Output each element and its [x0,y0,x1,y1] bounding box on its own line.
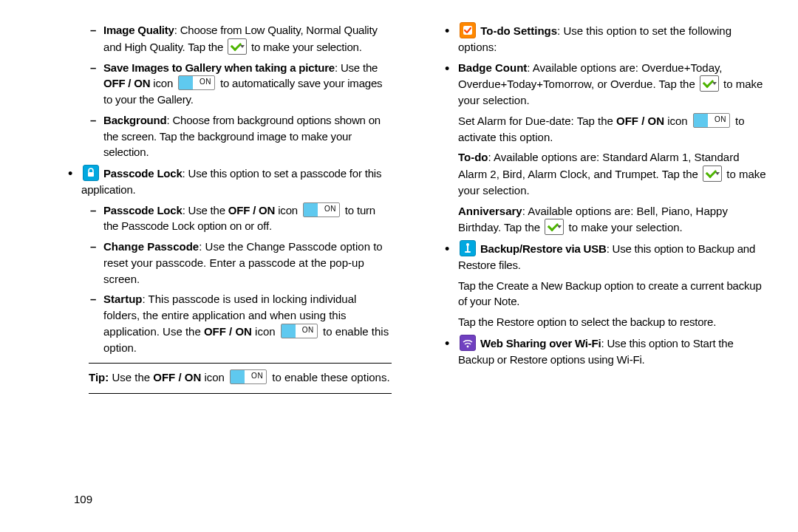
item-backup: Backup/Restore via USB: Use this option … [458,240,768,273]
off-on: OFF / ON [204,325,252,338]
tip-label: Tip: [89,371,109,383]
item-anniversary: Anniversary: Available options are: Bell… [458,203,768,236]
label: Passcode Lock [103,204,183,216]
item-passcode-lock-intro: Passcode Lock: Use this option to set a … [81,165,392,198]
text: Use the [109,371,153,383]
checkmark-dropdown-icon [228,38,247,55]
label: Change Passcode [103,240,199,253]
item-save-images: Save Images to Gallery when taking a pic… [103,60,392,108]
text: Tap the [659,168,701,180]
label: Web Sharing over Wi-Fi [480,337,601,349]
off-on: OFF / ON [228,204,275,216]
on-toggle-icon: ON [303,202,340,217]
lock-icon [83,165,99,181]
text: Tap the [501,221,543,233]
label: Save Images to Gallery when taking a pic… [103,61,335,74]
off-on: OFF / ON [153,371,201,383]
wifi-icon [460,335,476,351]
usb-icon [460,240,476,256]
item-set-alarm: Set Alarm for Due-date: Tap the OFF / ON… [458,113,768,146]
text: icon [201,371,228,383]
on-toggle-icon: ON [281,324,318,338]
label: Backup/Restore via USB [480,242,607,255]
text: icon [664,115,691,127]
text: to enable these options. [269,371,389,383]
label: To-do [458,151,488,163]
text: : Use the [183,204,228,216]
on-toggle-icon: ON [230,369,267,384]
text: to make your selection. [248,41,362,53]
divider [89,363,392,364]
svg-rect-3 [467,245,468,252]
left-column: Image Quality: Choose from Low Quality, … [44,22,392,400]
item-backup-p2: Tap the Create a New Backup option to cr… [458,278,768,310]
page-number: 109 [74,493,92,505]
label: To-do Settings [480,24,557,37]
item-badge-count: .nop::before{content:none!important;} Ba… [458,60,768,109]
right-column: To-do Settings: Use this option to set t… [421,22,768,400]
on-toggle-icon: ON [178,75,215,90]
item-passcode-lock: Passcode Lock: Use the OFF / ON icon ON … [103,202,392,235]
tip: Tip: Use the OFF / ON icon ON to enable … [89,369,392,386]
divider [89,393,392,394]
on-toggle-icon: ON [693,113,730,128]
item-todo: To-do: Available options are: Standard A… [458,149,768,198]
item-todo-settings: To-do Settings: Use this option to set t… [458,22,768,55]
item-websharing: Web Sharing over Wi-Fi: Use this option … [458,335,768,368]
item-image-quality: Image Quality: Choose from Low Quality, … [103,22,392,55]
text: icon [150,77,176,89]
item-change-passcode: Change Passcode: Use the Change Passcode… [103,239,392,287]
item-background: Background: Choose from background optio… [103,112,392,160]
svg-rect-4 [465,251,471,253]
label: Image Quality [103,24,174,36]
item-backup-p3: Tap the Restore option to select the bac… [458,314,768,330]
todo-icon [460,22,476,38]
text: icon [252,325,279,338]
svg-rect-0 [88,172,94,177]
checkmark-dropdown-icon [700,75,719,92]
svg-point-5 [467,345,469,347]
label: Badge Count [458,61,527,74]
text: Tap the [185,41,226,53]
text: : Use the [335,61,378,74]
off-on: OFF / ON [103,77,150,89]
text: Set Alarm for Due-date: Tap the [458,115,616,127]
text: to make your selection. [565,221,682,233]
label: Anniversary [458,205,522,217]
label: Passcode Lock [103,167,183,180]
label: Startup [103,293,143,305]
label: Background [103,114,167,126]
checkmark-dropdown-icon [703,166,722,182]
text: Use the [163,325,204,338]
off-on: OFF / ON [616,115,664,127]
checkmark-dropdown-icon [545,219,564,235]
manual-page: Image Quality: Choose from Low Quality, … [0,0,798,422]
item-startup: Startup: This passcode is used in lockin… [103,291,392,355]
text: icon [275,204,301,216]
text: Tap the [656,78,698,90]
